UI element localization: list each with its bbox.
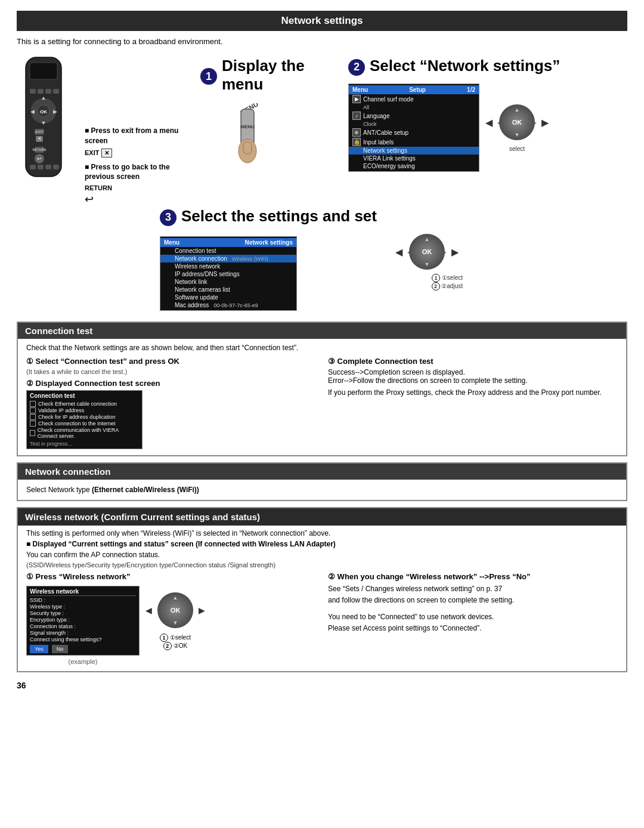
wl-ok-btn: OK — [157, 592, 193, 628]
wireless-no-btn[interactable]: No — [52, 645, 69, 653]
wireless-step2-text: See “Sets / Changes wireless network set… — [328, 583, 618, 634]
svg-rect-25 — [53, 165, 59, 169]
step3-select-text: 1 ①select 2 ②adjust — [391, 274, 463, 291]
wl-nav-ok: OK — [154, 589, 196, 631]
page-number: 36 — [17, 681, 627, 690]
connection-test-section: Connection test Check that the Network s… — [17, 322, 627, 456]
wl-select-label: 1 ①select — [160, 634, 191, 642]
step-1-row: MENU OK ▲ ▼ ◀ ▶ — [17, 54, 627, 206]
conn-step1-sub: (It takes a while to cancel the test.) — [26, 368, 316, 375]
example-label: (example) — [26, 658, 140, 665]
svg-text:RETURN: RETURN — [33, 148, 47, 152]
wireless-screen-area: Wireless network SSID : Wireless type : … — [26, 583, 316, 656]
menu-item-3: 🔒 Input labels — [349, 137, 479, 147]
svg-rect-10 — [30, 89, 36, 94]
exit-key-label: EXIT ✕ — [85, 149, 192, 157]
wireless-screen-title: Wireless network — [30, 588, 136, 596]
step-1-content: 1 Display the menu MENU MENU — [200, 54, 340, 171]
conn-check-1 — [30, 407, 36, 413]
conn-row-2: Check for IP address duplication — [30, 414, 139, 420]
wireless-ssid: (SSID/Wireless type/Security type/Encryp… — [26, 561, 618, 569]
wireless-btn-row: Yes No — [30, 645, 136, 653]
arrow-icon-2: ▶ — [541, 117, 549, 128]
wl-nav-row: ◀ OK ▶ — [145, 589, 205, 631]
wireless-yes-btn[interactable]: Yes — [30, 645, 48, 653]
conn-check-2 — [30, 414, 36, 420]
svg-rect-23 — [38, 165, 44, 169]
return-press-note: ■ Press to go back to the previous scree… — [85, 162, 192, 183]
svg-text:EXIT: EXIT — [35, 130, 44, 134]
wl-row-6: Connect using these settings? — [30, 637, 136, 642]
svg-text:▶: ▶ — [53, 109, 57, 115]
step-1-title: Display the menu — [222, 57, 340, 94]
svg-text:▲: ▲ — [41, 95, 47, 101]
wireless-cols: ① Press “Wireless network” Wireless netw… — [26, 572, 618, 665]
conn-step2-title: ② Displayed Connection test screen — [26, 379, 316, 388]
conn-check-3 — [30, 421, 36, 427]
page-header: Network settings — [17, 11, 627, 31]
wireless-col1-title: ① Press “Wireless network” — [26, 572, 316, 581]
step3-arrow-left: ◀ — [395, 246, 402, 258]
wireless-bold-note: ■ Displayed “Current settings and status… — [26, 540, 618, 548]
bullet-exit: ■ — [85, 126, 91, 135]
intro-text: This is a setting for connecting to a br… — [17, 37, 627, 46]
exit-note-area: ■ Press to exit from a menu screen EXIT … — [85, 126, 192, 206]
svg-text:MENU: MENU — [17, 112, 23, 126]
menu-icon-1: ♪ — [352, 112, 361, 120]
conn-inner: Check that the Network settings are as s… — [18, 344, 626, 449]
menu-item-0: ▶ Channel surf mode — [349, 94, 479, 104]
exit-press-note: ■ Press to exit from a menu screen — [85, 126, 192, 146]
conn-row-4: Check communication with VIERA Connect s… — [30, 427, 139, 439]
step-1-heading-row: 1 Display the menu — [200, 57, 340, 96]
net-item-connection: Network connection Wireless (WiFi) — [160, 255, 296, 262]
wl-ok-label: 2 ②OK — [163, 642, 187, 650]
step-2-badge: 2 — [348, 59, 365, 76]
step-3-row: 3 Select the settings and set Menu Netwo… — [160, 207, 627, 313]
step-2-inner: Menu Setup 1/2 ▶ Channel surf mode All — [348, 84, 627, 172]
network-connection-section: Network connection Select Network type (… — [17, 462, 627, 501]
wl-nav-area: ◀ OK ▶ 1 ①select 2 — [145, 589, 205, 650]
conn-progress: Test in progress... — [30, 441, 139, 447]
wireless-sub-note: You can confirm the AP connection status… — [26, 551, 618, 559]
nav-and-select: ◀ ◀ OK ▶ ▶ select — [485, 84, 549, 152]
net-conn-inner: Select Network type (Ethernet cable/Wire… — [18, 483, 626, 496]
return-icon: ↩ — [85, 193, 192, 206]
conn-row-3: Check connection to the Internet — [30, 421, 139, 427]
net-item-0: Connection test — [160, 247, 296, 255]
menu-item-eco: ECO/energy saving — [349, 162, 479, 170]
wireless-col-left: ① Press “Wireless network” Wireless netw… — [26, 572, 316, 665]
svg-rect-30 — [243, 142, 252, 154]
svg-text:OK: OK — [40, 109, 47, 115]
svg-text:↩: ↩ — [37, 156, 42, 162]
wl-row-0: SSID : — [30, 597, 136, 603]
step3-nav-right: ▶ — [442, 249, 447, 255]
wl-row-3: Encryption type : — [30, 617, 136, 623]
wl-circle-1: 1 — [160, 634, 168, 642]
menu-icon-2: ⊕ — [352, 128, 361, 137]
conn-col-left: ① Select “Connection test” and press OK … — [26, 357, 316, 449]
exit-key-box: ✕ — [101, 149, 112, 157]
wireless-screen: Wireless network SSID : Wireless type : … — [26, 586, 140, 656]
step-2-heading-row: 2 Select “Network settings” — [348, 57, 627, 78]
conn-step1-title: ① Select “Connection test” and press OK — [26, 357, 316, 366]
bullet-return: ■ — [85, 163, 91, 171]
conn-complete-0: Success-->Completion screen is displayed… — [328, 368, 618, 397]
wl-row-1: Wireless type : — [30, 604, 136, 610]
conn-note: Check that the Network settings are as s… — [26, 344, 618, 352]
wl-circle-2: 2 — [163, 642, 172, 650]
wl-row-5: Signal strength : — [30, 630, 136, 636]
wl-arrow-right: ▶ — [199, 605, 205, 615]
arrow-icon: ◀ — [485, 117, 493, 128]
nav-ok-btn: OK — [499, 104, 535, 140]
menu-item-viera: VIERA Link settings — [349, 155, 479, 162]
conn-test-screen: Connection test Check Ethernet cable con… — [26, 390, 143, 449]
svg-rect-2 — [30, 63, 57, 79]
step-3-title: Select the settings and set — [181, 207, 377, 225]
step-3-heading: 3 Select the settings and set Menu Netwo… — [160, 207, 377, 311]
select-arrow: ◀ ◀ OK ▶ ▶ — [485, 101, 549, 143]
net-conn-text: Select Network type — [26, 486, 92, 494]
step-3-nav: ◀ ◀ OK ▶ ▶ 1 ①select 2 ②adjust — [391, 231, 463, 291]
step-1-badge: 1 — [200, 68, 217, 85]
svg-text:✕: ✕ — [38, 136, 42, 141]
menu-item-1: ♪ Language — [349, 111, 479, 121]
